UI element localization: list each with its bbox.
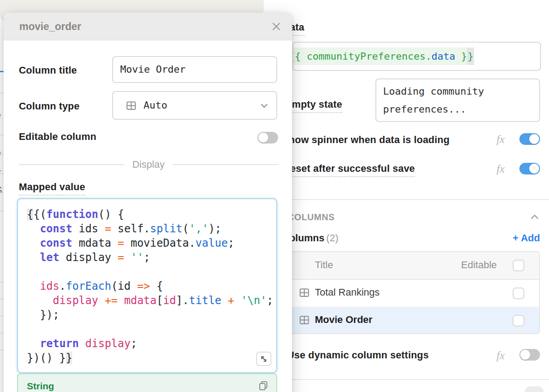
fx-icon[interactable]: fx bbox=[497, 163, 505, 175]
column-title-input[interactable]: Movie Order bbox=[112, 56, 277, 83]
columns-table: Title Editable Total RankingsMovie Order bbox=[278, 251, 540, 334]
code-line: }); bbox=[27, 308, 273, 322]
toggle-knob bbox=[520, 350, 530, 360]
code-content: {{(function() { const ids = self.split('… bbox=[27, 207, 273, 365]
columns-table-header: Title Editable bbox=[279, 252, 539, 280]
column-row-title: Movie Order bbox=[315, 314, 372, 326]
chevron-down-icon bbox=[259, 102, 269, 110]
expression-token: } bbox=[467, 48, 474, 65]
column-row[interactable]: Total Rankings bbox=[279, 280, 539, 307]
popover-title: movie_order bbox=[19, 21, 81, 33]
code-line: {{(function() { bbox=[27, 207, 273, 222]
toggle-knob bbox=[258, 133, 268, 143]
column-type-select[interactable]: Auto bbox=[112, 91, 277, 120]
grid-icon bbox=[126, 100, 137, 111]
code-line: ids.forEach(id => { bbox=[27, 279, 273, 293]
code-line: let display = ''; bbox=[27, 250, 273, 265]
dynamic-column-settings-toggle[interactable] bbox=[519, 349, 540, 361]
expand-editor-icon bbox=[259, 354, 268, 363]
column-settings-popover: movie_order Column title Movie Order Col… bbox=[4, 13, 292, 392]
result-type-badge: String bbox=[27, 381, 54, 392]
editable-column-label: Editable column bbox=[19, 131, 96, 143]
columns-section-header[interactable]: COLUMNS bbox=[288, 212, 335, 222]
column-row[interactable]: Movie Order bbox=[279, 307, 539, 334]
title-column-header: Title bbox=[315, 259, 333, 271]
column-type-label: Column type bbox=[19, 100, 79, 112]
dynamic-column-settings-label: Use dynamic column settings bbox=[287, 349, 429, 361]
reset-after-save-toggle[interactable] bbox=[519, 163, 540, 174]
editor-result-footer: String bbox=[17, 373, 277, 392]
fx-icon[interactable]: fx bbox=[497, 349, 505, 362]
column-type-value: Auto bbox=[144, 100, 167, 111]
section-divider bbox=[251, 379, 549, 380]
data-expression-value: {{ communityPreferences.data }} bbox=[292, 43, 474, 70]
expression-token: data bbox=[431, 48, 455, 65]
code-line: const ids = self.split(','); bbox=[27, 222, 273, 236]
code-line: display += mdata[id].title + '\n'; bbox=[27, 293, 273, 308]
screen: eerSol Data {{ communityPreferences.data… bbox=[0, 0, 549, 392]
editable-all-checkbox[interactable] bbox=[513, 260, 524, 271]
code-line: })() }} bbox=[27, 351, 273, 365]
toggle-knob bbox=[529, 164, 539, 174]
display-section-divider: Display bbox=[19, 159, 278, 170]
reset-after-save-label: Reset after successful save bbox=[283, 163, 415, 174]
editable-column-header: Editable bbox=[461, 259, 497, 271]
editable-row-checkbox[interactable] bbox=[513, 315, 524, 327]
code-line bbox=[27, 322, 273, 336]
add-column-button[interactable]: + Add bbox=[513, 232, 540, 244]
partial-toggle[interactable] bbox=[525, 386, 544, 392]
expression-token: {{ communityPreferences. bbox=[292, 48, 431, 65]
show-spinner-label: Show spinner when data is loading bbox=[282, 134, 449, 146]
copy-icon[interactable] bbox=[257, 380, 269, 392]
data-expression-input[interactable]: {{ communityPreferences.data }} bbox=[292, 42, 541, 71]
show-spinner-toggle[interactable] bbox=[519, 133, 540, 145]
fx-icon[interactable]: fx bbox=[497, 133, 505, 146]
toggle-knob bbox=[529, 134, 539, 144]
column-title-value: Movie Order bbox=[120, 64, 186, 75]
close-icon[interactable] bbox=[271, 22, 281, 31]
section-divider bbox=[251, 199, 549, 200]
empty-state-input[interactable]: Loading community preferences... bbox=[375, 78, 540, 122]
column-title-label: Column title bbox=[19, 65, 77, 76]
column-row-title: Total Rankings bbox=[315, 287, 379, 298]
display-divider-label: Display bbox=[124, 159, 173, 170]
code-line: return display; bbox=[27, 336, 273, 351]
expand-editor-button[interactable] bbox=[256, 352, 271, 366]
code-line: const mdata = movieData.value; bbox=[27, 236, 273, 250]
grid-icon bbox=[299, 287, 310, 298]
mapped-value-label: Mapped value bbox=[19, 181, 85, 193]
grid-icon bbox=[299, 314, 310, 326]
code-line bbox=[27, 265, 273, 279]
chevron-up-icon[interactable] bbox=[529, 213, 540, 222]
editable-column-toggle[interactable] bbox=[257, 132, 278, 144]
popover-header[interactable]: movie_order bbox=[4, 13, 292, 40]
mapped-value-code-editor[interactable]: {{(function() { const ids = self.split('… bbox=[17, 198, 277, 373]
expression-token: } bbox=[455, 48, 467, 65]
empty-state-label: Empty state bbox=[285, 99, 342, 110]
editable-row-checkbox[interactable] bbox=[513, 287, 524, 299]
